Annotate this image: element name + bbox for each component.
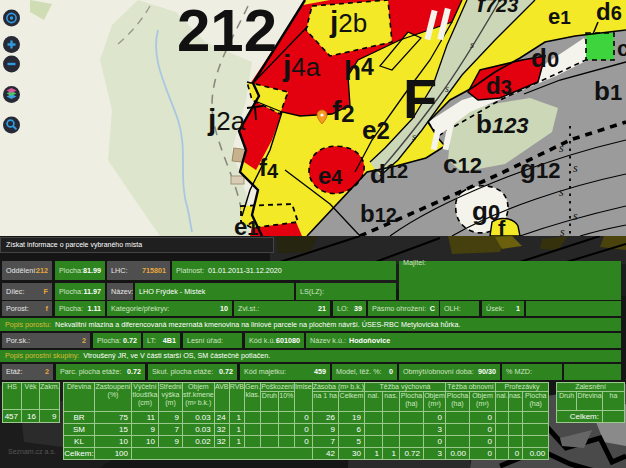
svg-text:s: s [559,141,564,155]
svg-text:s: s [573,161,578,175]
svg-text:d3: d3 [486,72,512,99]
svg-text:g0: g0 [472,196,500,226]
svg-text:s: s [445,83,449,94]
svg-text:b1: b1 [594,76,622,106]
svg-text:d6: d6 [596,0,622,25]
svg-text:j2b: j2b [329,5,367,38]
svg-text:e1: e1 [234,213,258,236]
svg-text:s: s [559,185,564,199]
svg-text:b12: b12 [360,200,397,227]
svg-text:F: F [403,67,437,130]
svg-text:Seznam.cz a.s.: Seznam.cz a.s. [8,448,56,455]
svg-text:d0: d0 [531,43,559,73]
svg-text:f723: f723 [477,0,518,17]
svg-text:c: c [617,36,626,61]
svg-text:c12: c12 [443,149,482,179]
svg-text:212: 212 [177,0,277,64]
svg-text:s: s [573,209,578,223]
svg-text:f2: f2 [332,95,355,127]
svg-text:j2a: j2a [207,103,246,136]
svg-text:e2: e2 [362,115,390,145]
svg-text:b123: b123 [476,109,529,139]
svg-text:s: s [470,39,474,50]
svg-text:j4a: j4a [282,49,321,82]
svg-text:e1: e1 [548,4,571,29]
svg-text:e4: e4 [318,162,343,189]
svg-text:g12: g12 [520,154,560,184]
svg-text:f: f [498,216,506,236]
svg-text:s: s [560,225,565,236]
